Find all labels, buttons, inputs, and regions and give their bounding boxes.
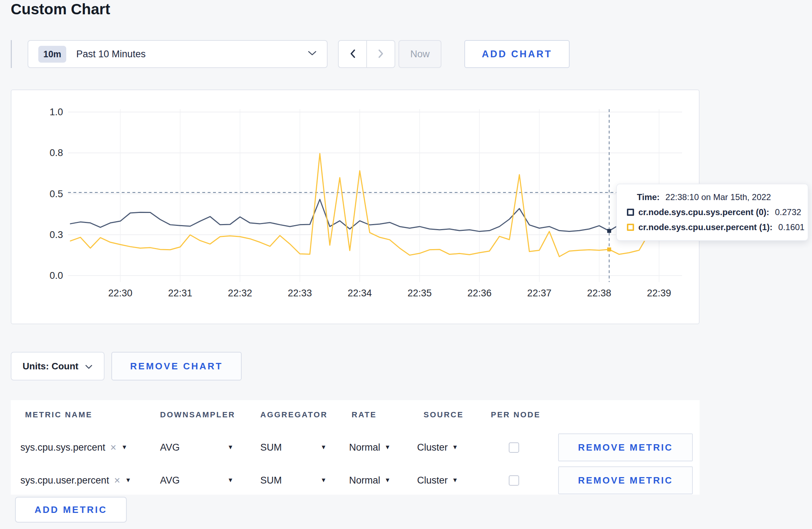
per-node-checkbox[interactable] bbox=[509, 475, 519, 486]
caret-down-icon: ▼ bbox=[227, 477, 233, 484]
tooltip-series-row: cr.node.sys.cpu.sys.percent (0): 0.2732 bbox=[627, 207, 798, 217]
svg-text:0.3: 0.3 bbox=[49, 229, 63, 240]
aggregator-select[interactable]: SUM ▼ bbox=[260, 431, 327, 464]
rate-value: Normal bbox=[349, 442, 380, 453]
time-range-badge: 10m bbox=[38, 46, 66, 63]
units-label: Units: Count bbox=[23, 361, 78, 372]
table-row: sys.cpu.sys.percent × ▼ AVG ▼ SUM ▼ Norm… bbox=[11, 431, 700, 464]
remove-metric-button[interactable]: REMOVE METRIC bbox=[558, 466, 693, 494]
table-row: sys.cpu.user.percent × ▼ AVG ▼ SUM ▼ Nor… bbox=[11, 464, 700, 497]
remove-metric-button[interactable]: REMOVE METRIC bbox=[558, 433, 693, 461]
rate-select[interactable]: Normal ▼ bbox=[349, 464, 391, 497]
caret-down-icon: ▼ bbox=[121, 444, 127, 451]
toolbar-divider bbox=[11, 40, 12, 68]
time-range-label: Past 10 Minutes bbox=[76, 49, 146, 60]
svg-text:0.8: 0.8 bbox=[49, 147, 63, 158]
svg-text:22:35: 22:35 bbox=[407, 288, 432, 299]
metrics-table: METRIC NAME DOWNSAMPLER AGGREGATOR RATE … bbox=[11, 400, 700, 495]
clear-metric-icon[interactable]: × bbox=[114, 475, 120, 486]
chart-card: 0.00.30.50.81.022:3022:3122:3222:3322:34… bbox=[11, 89, 700, 324]
caret-down-icon: ▼ bbox=[452, 444, 458, 451]
chart-tooltip: Time: 22:38:10 on Mar 15th, 2022 cr.node… bbox=[616, 184, 808, 241]
caret-down-icon: ▼ bbox=[385, 444, 391, 451]
metric-name-select[interactable]: sys.cpu.user.percent × ▼ bbox=[20, 464, 131, 497]
metric-name: sys.cpu.user.percent bbox=[20, 475, 109, 486]
tooltip-series-value: 0.1601 bbox=[778, 222, 804, 232]
tooltip-time-value: 22:38:10 on Mar 15th, 2022 bbox=[666, 192, 771, 202]
now-button[interactable]: Now bbox=[398, 40, 441, 68]
tooltip-series-value: 0.2732 bbox=[775, 207, 801, 217]
remove-chart-button[interactable]: REMOVE CHART bbox=[111, 352, 242, 380]
downsampler-select[interactable]: AVG ▼ bbox=[160, 431, 233, 464]
user-series-swatch-icon bbox=[627, 224, 634, 231]
source-select[interactable]: Cluster ▼ bbox=[417, 431, 458, 464]
custom-chart-page: Custom Chart 10m Past 10 Minutes Now ADD… bbox=[0, 0, 812, 529]
rate-value: Normal bbox=[349, 475, 380, 486]
tooltip-series-label: cr.node.sys.cpu.sys.percent (0): bbox=[638, 207, 769, 217]
col-header-aggregator: AGGREGATOR bbox=[260, 410, 328, 419]
source-value: Cluster bbox=[417, 475, 448, 486]
svg-text:0.0: 0.0 bbox=[49, 270, 63, 281]
svg-text:22:32: 22:32 bbox=[228, 288, 252, 299]
cpu-usage-chart[interactable]: 0.00.30.50.81.022:3022:3122:3222:3322:34… bbox=[11, 89, 700, 324]
svg-text:22:33: 22:33 bbox=[288, 288, 312, 299]
downsampler-value: AVG bbox=[160, 475, 180, 486]
svg-text:22:31: 22:31 bbox=[168, 288, 192, 299]
metric-name-select[interactable]: sys.cpu.sys.percent × ▼ bbox=[20, 431, 127, 464]
units-select[interactable]: Units: Count bbox=[11, 352, 105, 380]
aggregator-value: SUM bbox=[260, 475, 282, 486]
svg-text:22:37: 22:37 bbox=[527, 288, 552, 299]
col-header-metric-name: METRIC NAME bbox=[25, 410, 92, 419]
clear-metric-icon[interactable]: × bbox=[110, 442, 116, 453]
tooltip-series-label: cr.node.sys.cpu.user.percent (1): bbox=[638, 222, 773, 232]
chevron-right-icon bbox=[377, 49, 385, 60]
time-nav-group bbox=[338, 40, 395, 68]
caret-down-icon: ▼ bbox=[125, 477, 131, 484]
tooltip-time-row: Time: 22:38:10 on Mar 15th, 2022 bbox=[627, 192, 798, 202]
source-value: Cluster bbox=[417, 442, 448, 453]
svg-text:22:36: 22:36 bbox=[467, 288, 492, 299]
tooltip-time-label: Time: bbox=[637, 192, 660, 202]
rate-select[interactable]: Normal ▼ bbox=[349, 431, 391, 464]
page-title: Custom Chart bbox=[11, 1, 110, 18]
tooltip-series-row: cr.node.sys.cpu.user.percent (1): 0.1601 bbox=[627, 222, 798, 232]
source-select[interactable]: Cluster ▼ bbox=[417, 464, 458, 497]
col-header-downsampler: DOWNSAMPLER bbox=[160, 410, 235, 419]
time-range-selector[interactable]: 10m Past 10 Minutes bbox=[28, 40, 328, 68]
caret-down-icon: ▼ bbox=[320, 444, 327, 451]
metric-name: sys.cpu.sys.percent bbox=[20, 442, 105, 453]
sys-series-swatch-icon bbox=[627, 209, 634, 216]
chevron-left-icon bbox=[349, 49, 357, 60]
svg-text:1.0: 1.0 bbox=[49, 107, 63, 117]
downsampler-value: AVG bbox=[160, 442, 180, 453]
col-header-rate: RATE bbox=[352, 410, 377, 419]
caret-down-icon: ▼ bbox=[227, 444, 233, 451]
svg-text:22:30: 22:30 bbox=[108, 288, 132, 299]
add-chart-button[interactable]: ADD CHART bbox=[464, 40, 570, 68]
svg-text:0.5: 0.5 bbox=[49, 189, 63, 199]
aggregator-select[interactable]: SUM ▼ bbox=[260, 464, 327, 497]
caret-down-icon: ▼ bbox=[385, 477, 391, 484]
col-header-per-node: PER NODE bbox=[491, 410, 541, 419]
caret-down-icon: ▼ bbox=[452, 477, 458, 484]
svg-text:22:34: 22:34 bbox=[348, 288, 372, 299]
prev-range-button[interactable] bbox=[339, 41, 367, 67]
aggregator-value: SUM bbox=[260, 442, 282, 453]
add-metric-button[interactable]: ADD METRIC bbox=[15, 497, 127, 523]
svg-text:22:38: 22:38 bbox=[587, 288, 612, 299]
col-header-source: SOURCE bbox=[424, 410, 464, 419]
chevron-down-icon bbox=[85, 361, 93, 372]
caret-down-icon: ▼ bbox=[320, 477, 327, 484]
chevron-down-icon bbox=[308, 50, 317, 58]
svg-text:22:39: 22:39 bbox=[647, 288, 671, 299]
next-range-button[interactable] bbox=[367, 41, 395, 67]
per-node-checkbox[interactable] bbox=[509, 442, 519, 453]
downsampler-select[interactable]: AVG ▼ bbox=[160, 464, 233, 497]
